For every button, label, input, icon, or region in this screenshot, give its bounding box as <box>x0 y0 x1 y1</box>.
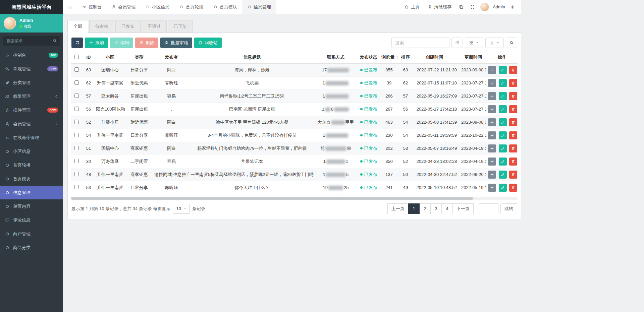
sidebar-item-info-manage[interactable]: 信息管理 <box>0 186 63 199</box>
row-delete-button[interactable] <box>509 118 517 126</box>
horizontal-scrollbar[interactable] <box>71 197 518 200</box>
row-delete-button[interactable] <box>509 171 517 179</box>
row-edit-button[interactable] <box>499 184 507 192</box>
row-edit-button[interactable] <box>499 92 507 100</box>
tab-all[interactable]: 全部 <box>67 20 88 33</box>
topbar-avatar[interactable] <box>480 3 489 11</box>
row-edit-button[interactable] <box>499 105 507 113</box>
row-add-button[interactable] <box>488 92 496 100</box>
row-add-button[interactable] <box>488 118 496 126</box>
table-row[interactable]: 63 国瑞中心 日常分享 阿白 海风，椰林，沙滩 17 已发布 855 63 2… <box>71 63 518 76</box>
sidebar-item-community-info[interactable]: 小区信息 <box>0 144 63 158</box>
home-link[interactable]: 主页 <box>401 0 423 14</box>
row-delete-button[interactable] <box>509 158 517 166</box>
row-add-button[interactable] <box>488 131 496 139</box>
row-checkbox[interactable] <box>74 67 79 72</box>
row-checkbox[interactable] <box>74 133 79 137</box>
tab-rejected[interactable]: 不通过 <box>142 20 167 33</box>
table-row[interactable]: 48 升伟一里南滨 商家钜惠 渝快同城-信息推广 一里南滨5栋菜鸟驿站便利店，菠… <box>71 168 518 181</box>
sidebar-item-page-content[interactable]: 单页内容 <box>0 199 63 213</box>
sidebar-item-command[interactable]: 在线命令管理 <box>0 131 63 144</box>
prev-page-button[interactable]: 上一页 <box>387 203 409 214</box>
sidebar-item-home-module[interactable]: 首页模块 <box>0 172 63 186</box>
tab-offline[interactable]: 已下架 <box>168 20 193 33</box>
batch-audit-button[interactable]: 批量审核 <box>160 38 192 48</box>
tab-switch-button[interactable] <box>456 0 467 14</box>
row-edit-button[interactable] <box>499 171 507 179</box>
column-header-views[interactable]: 浏览量 <box>380 51 398 63</box>
page-button-4[interactable]: 4 <box>441 203 453 214</box>
sidebar-item-comment-info[interactable]: 评论信息 <box>0 213 63 227</box>
row-delete-button[interactable] <box>509 144 517 152</box>
topnav-member[interactable]: 会员管理 <box>107 0 141 14</box>
tab-published[interactable]: 已发布 <box>115 20 141 33</box>
recycle-bin-button[interactable]: 回收站 <box>194 38 222 48</box>
menu-search-input[interactable] <box>3 36 60 46</box>
row-delete-button[interactable] <box>509 184 517 192</box>
table-row[interactable]: 51 国瑞中心 商家钜惠 阿白 杨家坪虾钉门海鲜自助烤肉79一位，生蚝不限量，肥… <box>71 142 518 155</box>
row-add-button[interactable] <box>488 158 496 166</box>
page-button-1[interactable]: 1 <box>408 203 420 214</box>
row-checkbox[interactable] <box>74 93 79 98</box>
topnav-console[interactable]: 控制台 <box>77 0 107 14</box>
sidebar-item-member[interactable]: 会员管理 <box>0 117 63 131</box>
table-row[interactable]: 54 升伟一里南滨 日常分享 霁昕珏 3-4个月的小猫咪，免费送，只不过没有打疫… <box>71 129 518 142</box>
table-row[interactable]: 57 亚太商谷 房屋出租 容易 南坪鲁弥山2号二室二厅二卫1550 1 已发布 … <box>71 89 518 103</box>
sidebar-item-home-carousel[interactable]: 首页轮播 <box>0 158 63 172</box>
topnav-home-carousel[interactable]: 首页轮播 <box>174 0 208 14</box>
tab-pending[interactable]: 待审核 <box>89 20 114 33</box>
row-edit-button[interactable] <box>499 66 507 74</box>
columns-button[interactable] <box>465 38 483 48</box>
topnav-community-info[interactable]: 小区信息 <box>141 0 174 14</box>
table-row[interactable]: 56 阳光100阿尔勒 房屋出租 . 巴南区 龙洲湾 房屋出租 18 已发布 2… <box>71 103 518 116</box>
row-add-button[interactable] <box>488 66 496 74</box>
sidebar-item-general[interactable]: 常规管理new <box>0 62 63 76</box>
page-button-2[interactable]: 2 <box>419 203 431 214</box>
refresh-button[interactable] <box>71 38 83 48</box>
jump-button[interactable]: 跳转 <box>500 203 517 214</box>
edit-button[interactable]: 编辑 <box>110 38 133 48</box>
row-delete-button[interactable] <box>509 105 517 113</box>
add-button[interactable]: 添加 <box>85 38 108 48</box>
detail-view-button[interactable] <box>451 38 463 48</box>
sidebar-item-category[interactable]: 分类管理 <box>0 76 63 89</box>
clear-cache-link[interactable]: 清除缓存 <box>424 0 455 14</box>
column-header-created[interactable]: 创建时间 <box>413 51 460 63</box>
row-add-button[interactable] <box>488 144 496 152</box>
topnav-info-manage[interactable]: 信息管理 <box>242 0 276 14</box>
next-page-button[interactable]: 下一页 <box>452 203 474 214</box>
sidebar-item-goods-category[interactable]: 商品分类 <box>0 241 63 254</box>
sidebar-item-addon[interactable]: 插件管理new <box>0 103 63 117</box>
search-toggle-button[interactable] <box>506 38 517 48</box>
row-delete-button[interactable] <box>509 79 517 87</box>
row-delete-button[interactable] <box>509 92 517 100</box>
row-delete-button[interactable] <box>509 66 517 74</box>
row-checkbox[interactable] <box>74 80 79 85</box>
delete-button[interactable]: 删除 <box>135 38 158 48</box>
row-checkbox[interactable] <box>74 107 79 111</box>
settings-button[interactable] <box>507 0 518 14</box>
page-size-select[interactable]: 10 <box>173 204 190 214</box>
select-all-checkbox[interactable] <box>74 55 79 59</box>
row-edit-button[interactable] <box>499 158 507 166</box>
row-edit-button[interactable] <box>499 131 507 139</box>
page-button-3[interactable]: 3 <box>430 203 442 214</box>
sidebar-item-auth[interactable]: 权限管理 <box>0 89 63 103</box>
row-add-button[interactable] <box>488 171 496 179</box>
row-add-button[interactable] <box>488 184 496 192</box>
topbar-user-name[interactable]: Admin <box>493 4 505 9</box>
row-delete-button[interactable] <box>509 131 517 139</box>
topnav-home-module[interactable]: 首页模块 <box>208 0 242 14</box>
row-checkbox[interactable] <box>74 159 79 163</box>
table-row[interactable]: 52 佳馨小居 附近优惠 阿白 渝中区太圣甲 甲鱼汤锅 120元4-5人餐 大众… <box>71 116 518 129</box>
table-search-input[interactable] <box>391 38 449 48</box>
avatar[interactable] <box>4 17 16 29</box>
table-row[interactable]: 62 升伟一里南滨 附近优惠 霁昕珏 飞机票 1 已发布 39 62 2022-… <box>71 76 518 89</box>
row-checkbox[interactable] <box>74 120 79 124</box>
jump-page-input[interactable] <box>479 203 498 214</box>
sidebar-item-console[interactable]: 控制台hot <box>0 48 63 62</box>
scrollbar-thumb[interactable] <box>71 197 473 200</box>
row-checkbox[interactable] <box>74 185 79 189</box>
row-checkbox[interactable] <box>74 172 79 176</box>
menu-toggle-button[interactable] <box>63 0 77 14</box>
